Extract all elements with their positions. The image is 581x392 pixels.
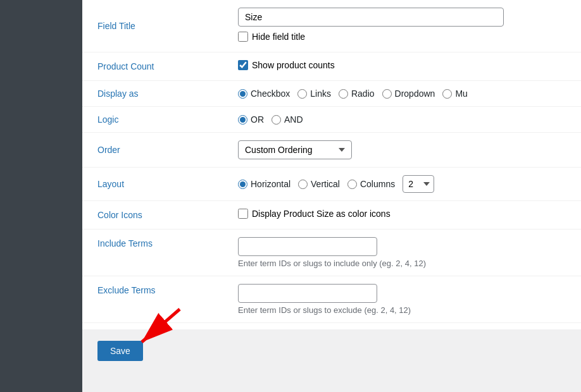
product-count-value-cell: Show product counts	[228, 52, 581, 81]
include-terms-input[interactable]	[238, 237, 377, 256]
include-terms-row: Include Terms Enter term IDs or slugs to…	[82, 230, 581, 276]
show-product-counts-label: Show product counts	[252, 60, 335, 70]
color-icons-checkbox[interactable]	[238, 209, 248, 219]
product-count-label-cell: Product Count	[82, 52, 228, 81]
layout-columns-option[interactable]: Columns	[347, 179, 395, 189]
save-button[interactable]: Save	[97, 341, 143, 361]
include-terms-label: Include Terms	[97, 238, 153, 248]
exclude-terms-value-cell: Enter term IDs or slugs to exclude (eg. …	[228, 276, 581, 323]
display-as-dropdown-option[interactable]: Dropdown	[382, 89, 435, 99]
order-label: Order	[97, 145, 120, 155]
hide-field-title-label: Hide field title	[252, 32, 305, 42]
display-as-checkbox-option[interactable]: Checkbox	[238, 89, 290, 99]
color-icons-value-cell: Display Product Size as color icons	[228, 201, 581, 230]
order-row: Order Custom Ordering Name Term ID Count	[82, 133, 581, 168]
layout-label: Layout	[97, 179, 124, 189]
order-value-cell: Custom Ordering Name Term ID Count	[228, 133, 581, 168]
field-title-label: Field Title	[97, 21, 135, 31]
exclude-terms-label-cell: Exclude Terms	[82, 276, 228, 323]
show-product-counts-checkbox[interactable]	[238, 60, 248, 70]
color-icons-checkbox-label: Display Product Size as color icons	[252, 209, 390, 219]
display-as-value-cell: Checkbox Links Radio Dropdown Mu	[228, 81, 581, 107]
color-icons-label-cell: Color Icons	[82, 201, 228, 230]
field-title-label-cell: Field Title	[82, 0, 228, 52]
exclude-terms-hint: Enter term IDs or slugs to exclude (eg. …	[238, 305, 571, 315]
exclude-terms-input[interactable]	[238, 284, 377, 303]
field-title-value-cell: Hide field title	[228, 0, 581, 52]
display-as-mu-option[interactable]: Mu	[442, 89, 467, 99]
color-icons-label: Color Icons	[97, 210, 142, 220]
layout-value-cell: Horizontal Vertical Columns 2 3 4	[228, 168, 581, 201]
exclude-terms-row: Exclude Terms Enter term IDs or slugs to…	[82, 276, 581, 323]
display-as-links-option[interactable]: Links	[297, 89, 331, 99]
display-as-label-cell: Display as	[82, 81, 228, 107]
product-count-row: Product Count Show product counts	[82, 52, 581, 81]
layout-row: Layout Horizontal Vertical Columns	[82, 168, 581, 201]
display-as-radio-option[interactable]: Radio	[339, 89, 375, 99]
field-title-row: Field Title Hide field title	[82, 0, 581, 52]
include-terms-hint: Enter term IDs or slugs to include only …	[238, 259, 571, 268]
include-terms-label-cell: Include Terms	[82, 230, 228, 276]
logic-row: Logic OR AND	[82, 107, 581, 133]
layout-label-cell: Layout	[82, 168, 228, 201]
field-title-input[interactable]	[238, 8, 504, 27]
product-count-label: Product Count	[97, 61, 154, 71]
logic-and-option[interactable]: AND	[272, 114, 303, 125]
form-table: Field Title Hide field title Product Cou…	[82, 0, 581, 323]
include-terms-value-cell: Enter term IDs or slugs to include only …	[228, 230, 581, 276]
layout-horizontal-option[interactable]: Horizontal	[238, 179, 290, 189]
hide-field-title-checkbox[interactable]	[238, 32, 248, 42]
footer-bar: Save	[82, 329, 581, 392]
logic-label-cell: Logic	[82, 107, 228, 133]
display-as-label: Display as	[97, 89, 139, 99]
arrow-container: Save	[97, 341, 143, 361]
logic-label: Logic	[97, 114, 118, 125]
color-icons-row: Color Icons Display Product Size as colo…	[82, 201, 581, 230]
columns-select[interactable]: 2 3 4	[403, 175, 434, 193]
exclude-terms-label: Exclude Terms	[97, 285, 156, 295]
logic-or-option[interactable]: OR	[238, 114, 264, 125]
logic-value-cell: OR AND	[228, 107, 581, 133]
sidebar	[0, 0, 82, 392]
order-label-cell: Order	[82, 133, 228, 168]
display-as-row: Display as Checkbox Links Radio	[82, 81, 581, 107]
order-select[interactable]: Custom Ordering Name Term ID Count	[238, 140, 352, 159]
form-card: Field Title Hide field title Product Cou…	[82, 0, 581, 329]
main-content: Field Title Hide field title Product Cou…	[82, 0, 581, 392]
layout-vertical-option[interactable]: Vertical	[298, 179, 340, 189]
